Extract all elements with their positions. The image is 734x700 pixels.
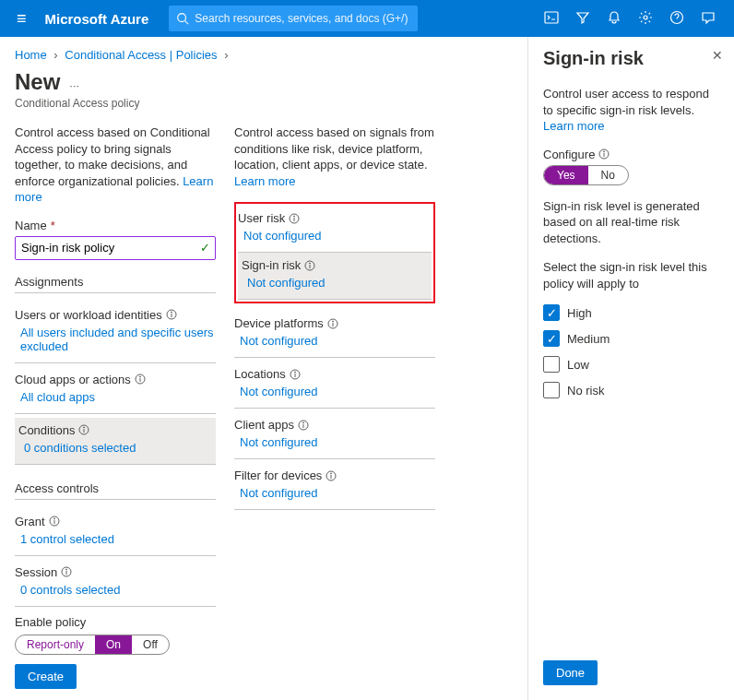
risk-medium-row[interactable]: ✓ Medium — [543, 330, 719, 347]
users-value[interactable]: All users included and specific users ex… — [15, 326, 216, 353]
learn-more-link[interactable]: Learn more — [543, 119, 604, 133]
info-icon[interactable] — [298, 420, 309, 431]
svg-point-40 — [604, 151, 605, 152]
signin-risk-value[interactable]: Not configured — [242, 276, 428, 290]
toggle-yes[interactable]: Yes — [544, 166, 588, 184]
select-risk-label: Select the sign-in risk level this polic… — [543, 259, 719, 291]
svg-rect-2 — [545, 12, 558, 23]
svg-point-37 — [331, 473, 332, 474]
info-icon[interactable] — [78, 424, 89, 435]
conditions-value[interactable]: 0 conditions selected — [18, 441, 212, 455]
device-platforms-value[interactable]: Not configured — [234, 334, 435, 348]
svg-point-13 — [84, 427, 85, 428]
info-icon[interactable] — [166, 309, 177, 320]
svg-point-16 — [53, 518, 54, 519]
feedback-icon[interactable] — [701, 10, 716, 28]
svg-point-22 — [294, 216, 295, 217]
configure-toggle[interactable]: Yes No — [543, 165, 629, 185]
info-icon[interactable] — [49, 516, 60, 527]
user-risk-value[interactable]: Not configured — [238, 229, 432, 243]
filter-devices-value[interactable]: Not configured — [234, 486, 435, 500]
page-subtitle: Conditional Access policy — [15, 97, 513, 110]
session-value[interactable]: 0 controls selected — [15, 583, 216, 597]
risk-norisk-row[interactable]: No risk — [543, 382, 719, 398]
info-icon[interactable] — [326, 470, 337, 481]
search-icon — [176, 12, 189, 25]
users-row[interactable]: Users or workload identities All users i… — [15, 303, 216, 363]
learn-more-link[interactable]: Learn more — [234, 174, 295, 188]
locations-row[interactable]: Locations Not configured — [234, 362, 435, 409]
info-icon[interactable] — [327, 318, 338, 329]
help-icon[interactable] — [669, 10, 684, 28]
gear-icon[interactable] — [638, 10, 653, 28]
session-row[interactable]: Session 0 controls selected — [15, 560, 216, 607]
svg-point-0 — [178, 14, 186, 22]
name-label: Name* — [15, 219, 216, 232]
name-input[interactable] — [15, 236, 216, 260]
info-icon[interactable] — [290, 369, 301, 380]
device-platforms-row[interactable]: Device platforms Not configured — [234, 311, 435, 358]
toggle-off[interactable]: Off — [132, 635, 169, 654]
checkbox-checked-icon[interactable]: ✓ — [543, 330, 560, 347]
configure-label: Configure — [543, 148, 719, 161]
close-icon[interactable]: ✕ — [712, 48, 723, 63]
breadcrumb-ca[interactable]: Conditional Access | Policies — [65, 48, 217, 62]
toggle-report-only[interactable]: Report-only — [16, 635, 95, 654]
left-description: Control access based on Conditional Acce… — [15, 125, 216, 206]
user-risk-row[interactable]: User risk Not configured — [238, 206, 432, 253]
svg-point-34 — [303, 422, 304, 423]
panel-title: Sign-in risk — [543, 48, 719, 69]
risk-low-row[interactable]: Low — [543, 356, 719, 373]
grant-row[interactable]: Grant 1 control selected — [15, 509, 216, 556]
panel-descr2: Sign-in risk level is generated based on… — [543, 198, 719, 247]
right-description: Control access based on signals from con… — [234, 125, 435, 189]
more-icon[interactable]: ··· — [69, 78, 79, 92]
conditions-row[interactable]: Conditions 0 conditions selected — [15, 418, 216, 465]
access-controls-header: Access controls — [15, 481, 216, 500]
info-icon[interactable] — [61, 566, 72, 577]
header-icons — [544, 10, 725, 28]
search-input[interactable]: Search resources, services, and docs (G+… — [169, 6, 418, 31]
top-header: ≡ Microsoft Azure Search resources, serv… — [0, 0, 734, 37]
cloud-apps-row[interactable]: Cloud apps or actions All cloud apps — [15, 367, 216, 414]
assignments-header: Assignments — [15, 275, 216, 293]
done-button[interactable]: Done — [543, 660, 598, 685]
svg-point-25 — [310, 263, 311, 264]
checkbox-checked-icon[interactable]: ✓ — [543, 304, 560, 321]
toggle-no[interactable]: No — [588, 166, 628, 184]
signin-risk-row[interactable]: Sign-in risk Not configured — [238, 253, 432, 300]
breadcrumb-home[interactable]: Home — [15, 48, 47, 62]
checkbox-icon[interactable] — [543, 356, 560, 373]
svg-point-10 — [139, 376, 140, 377]
svg-line-1 — [185, 21, 189, 25]
search-placeholder: Search resources, services, and docs (G+… — [195, 12, 408, 25]
right-column: Control access based on signals from con… — [234, 125, 435, 611]
highlighted-conditions: User risk Not configured Sign-in risk No… — [234, 202, 435, 303]
svg-point-7 — [171, 312, 172, 313]
bell-icon[interactable] — [607, 10, 622, 28]
svg-point-31 — [294, 372, 295, 373]
info-icon[interactable] — [289, 213, 300, 224]
enable-policy-label: Enable policy — [15, 615, 513, 629]
filter-devices-row[interactable]: Filter for devices Not configured — [234, 463, 435, 510]
enable-policy-toggle[interactable]: Report-only On Off — [15, 635, 170, 655]
checkbox-icon[interactable] — [543, 382, 560, 398]
hamburger-icon[interactable]: ≡ — [9, 9, 34, 29]
risk-high-row[interactable]: ✓ High — [543, 304, 719, 321]
breadcrumb: Home › Conditional Access | Policies › — [15, 48, 513, 62]
signin-risk-panel: ✕ Sign-in risk Control user access to re… — [527, 37, 734, 700]
info-icon[interactable] — [304, 260, 315, 271]
info-icon[interactable] — [135, 374, 146, 385]
grant-value[interactable]: 1 control selected — [15, 532, 216, 546]
toggle-on[interactable]: On — [95, 635, 132, 654]
cloud-apps-value[interactable]: All cloud apps — [15, 390, 216, 404]
cloud-shell-icon[interactable] — [544, 10, 559, 28]
info-icon[interactable] — [598, 148, 610, 160]
client-apps-row[interactable]: Client apps Not configured — [234, 412, 435, 459]
filter-icon[interactable] — [575, 10, 590, 28]
client-apps-value[interactable]: Not configured — [234, 435, 435, 449]
svg-point-19 — [66, 569, 67, 570]
locations-value[interactable]: Not configured — [234, 385, 435, 398]
check-icon: ✓ — [200, 241, 210, 255]
create-button[interactable]: Create — [15, 664, 77, 689]
